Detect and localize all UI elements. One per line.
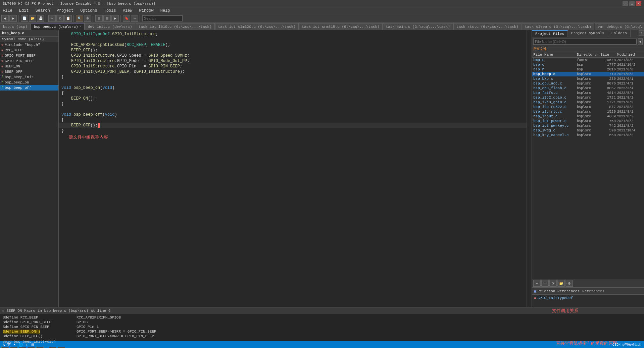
- symbol-item[interactable]: #BEEP_ON: [0, 64, 58, 69]
- symbol-item[interactable]: #GPIO_PIN_BEEP: [0, 58, 58, 64]
- close-button[interactable]: ✕: [636, 1, 641, 6]
- file-row[interactable]: bsp_iot_pwrkey.c bsp\src 742 2021/8/2: [532, 123, 644, 128]
- right-tab-folders[interactable]: Folders: [608, 30, 631, 37]
- tab-dev-init-c[interactable]: dev_init.c (dev\src): [85, 23, 135, 30]
- symbol-item[interactable]: #GPIO_PORT_BEEP: [0, 53, 58, 58]
- symbol-item[interactable]: fbsp_beep_off: [0, 85, 58, 91]
- file-row[interactable]: bsp.c bsp 1777 2021/10/2: [532, 62, 644, 67]
- tab-task-rtc[interactable]: task_rtc.c (G:\zcq\...\task): [453, 23, 522, 30]
- copy-button[interactable]: ⧉: [56, 15, 64, 22]
- bf-btn7[interactable]: 🔍: [58, 347, 65, 348]
- symbol-item[interactable]: #RCC_BEEP: [0, 48, 58, 53]
- file-row[interactable]: bsp_key_cancel.c bsp\src 658 2021/8/2: [532, 133, 644, 137]
- bf-btn6[interactable]: 📄: [49, 347, 56, 348]
- file-search-dropdown[interactable]: ▼: [638, 38, 643, 45]
- tab-task-main[interactable]: task_main.c (G:\zcq\...\task): [383, 23, 453, 30]
- goto-button[interactable]: →: [131, 15, 138, 22]
- file-row[interactable]: bsp_bkp.c bsp\src 230 2022/6/1: [532, 76, 644, 81]
- right-tab-project-files[interactable]: Project Files: [532, 30, 568, 37]
- rt-btn2[interactable]: -: [541, 280, 549, 287]
- file-search-input[interactable]: [533, 39, 637, 45]
- file-row[interactable]: bsp.h bsp 2016 2021/6/6: [532, 67, 644, 72]
- file-row[interactable]: bsp_i2c3_gpio.c bsp\src 1721 2021/8/2: [532, 100, 644, 105]
- symbol-icon: f: [1, 75, 3, 79]
- menu-file[interactable]: File: [1, 8, 14, 13]
- menu-view[interactable]: View: [121, 8, 134, 13]
- symbol-item[interactable]: #BEEP_OFF: [0, 69, 58, 74]
- file-dir: bsp\src: [577, 101, 600, 104]
- file-name: bsp.h: [533, 67, 577, 71]
- symbol-name: BEEP_OFF: [5, 70, 22, 74]
- rt-btn4[interactable]: 📁: [557, 280, 565, 287]
- symbol-item[interactable]: fbsp_beep_on: [0, 80, 58, 85]
- open-button[interactable]: 📂: [29, 15, 36, 22]
- file-row[interactable]: bsp_beep.c bsp\src 719 2021/8/2: [532, 72, 644, 76]
- code-line: GPIO_InitStructure.GPIO_Speed = GPIO_Spe…: [59, 53, 527, 58]
- menu-help[interactable]: Help: [159, 8, 171, 13]
- file-row[interactable]: bsp_fatfs.c bsp\src 4814 2022/5/1: [532, 91, 644, 95]
- rt-btn3[interactable]: ⟳: [549, 280, 557, 287]
- search-all-button[interactable]: ⊕: [84, 15, 91, 22]
- tab-bsp-beep-c[interactable]: bsp_beep.c (bsp\src) ×: [31, 23, 85, 30]
- build-button[interactable]: ▶: [111, 15, 119, 22]
- rt-btn1[interactable]: +: [533, 280, 541, 287]
- paste-button[interactable]: 📋: [64, 15, 72, 22]
- cut-button[interactable]: ✂: [48, 15, 56, 22]
- file-size: 4814: [600, 91, 617, 95]
- file-row[interactable]: bmp.c fonts 10548 2021/8/2: [532, 58, 644, 62]
- format-button[interactable]: ⊟: [103, 15, 111, 22]
- file-row[interactable]: bsp_i2c2_gpio.c bsp\src 1721 2021/8/2: [532, 95, 644, 100]
- menu-search[interactable]: Search: [34, 8, 51, 13]
- file-modified: 2021/8/2: [617, 105, 641, 109]
- editor-content[interactable]: GPIO_InitTypeDef GPIO_InitStructure; RCC…: [59, 30, 527, 307]
- tab-task-sleep[interactable]: task_sleep.c (G:\zcq\...\task): [522, 23, 594, 30]
- file-row[interactable]: bsp_cpu_adc.c bsp\src 8076 2022/4/1: [532, 81, 644, 86]
- search-button[interactable]: 🔍: [76, 15, 83, 22]
- forward-button[interactable]: ▶: [9, 15, 17, 22]
- right-tab-project-symbols[interactable]: Project Symbols: [568, 30, 608, 37]
- relation-item-gpio[interactable]: ◆ GPIO_InitTypeDef: [532, 295, 644, 301]
- file-name: bsp_cpu_adc.c: [533, 81, 577, 85]
- tab-close-icon[interactable]: ×: [80, 25, 82, 28]
- symbol-item[interactable]: ##include "bsp.h": [0, 42, 58, 48]
- back-button[interactable]: ◀: [1, 15, 9, 22]
- tab-var-debug[interactable]: var_debug.c (G:\zcq\...\variable): [595, 23, 644, 30]
- maximize-button[interactable]: □: [629, 1, 635, 6]
- tab-bsp-c[interactable]: bsp.c (bsp): [0, 23, 31, 30]
- relation-diamond-icon: ◆: [534, 296, 536, 300]
- file-row[interactable]: bsp_i2c_rc522.c bsp\src 877 2021/8/2: [532, 105, 644, 109]
- file-dir: bsp: [577, 63, 600, 67]
- file-name: bsp_input.c: [533, 114, 577, 118]
- menu-edit[interactable]: Edit: [18, 8, 30, 13]
- menu-options[interactable]: Options: [79, 8, 98, 13]
- code-line: }: [59, 74, 527, 80]
- menu-tools[interactable]: Tools: [103, 8, 117, 13]
- title-bar: SL7000_HJ_XJ_FK Project - Source Insight…: [0, 0, 644, 7]
- tab-task-iot-l610[interactable]: task_iot_l610.c (G:\zcq\...\task): [136, 23, 215, 30]
- tab-task-iot-slm320[interactable]: task_iot_slm320.c (G:\zcq\...\task): [215, 23, 299, 30]
- minimize-button[interactable]: —: [623, 1, 628, 6]
- tab-task-iot-srm815[interactable]: task_iot_srm815.c (G:\zcq\...\task): [299, 23, 383, 30]
- save-button[interactable]: 💾: [37, 15, 44, 22]
- file-modified: 2021/8/2: [617, 119, 641, 123]
- file-row[interactable]: bsp_cpu_flash.c bsp\src 8857 2022/3/4: [532, 86, 644, 91]
- file-dir: bsp\src: [577, 124, 600, 128]
- file-size: 768: [600, 119, 617, 123]
- menu-project[interactable]: Project: [55, 8, 75, 13]
- file-row[interactable]: bsp_iwdg.c bsp\src 590 2021/10/4: [532, 128, 644, 133]
- file-row[interactable]: bsp_iot_power.c bsp\src 768 2021/8/2: [532, 119, 644, 123]
- annotation-prototype: 直接查看鼠标指向的函数的原型: [556, 340, 617, 346]
- file-name: bmp.c: [533, 58, 577, 62]
- menu-window[interactable]: Window: [138, 8, 155, 13]
- bf-btn5[interactable]: ⚙: [36, 347, 44, 348]
- new-button[interactable]: 📄: [21, 15, 28, 22]
- indent-button[interactable]: ⊞: [95, 15, 103, 22]
- rt-btn5[interactable]: ⚙: [565, 280, 573, 287]
- right-panel-close[interactable]: ×: [639, 30, 644, 36]
- search-input[interactable]: [142, 15, 183, 21]
- file-row[interactable]: bsp_i2c_rtc.c bsp\src 1520 2021/8/2: [532, 109, 644, 114]
- symbol-item[interactable]: fbsp_beep_init: [0, 74, 58, 80]
- symbol-name: RCC_BEEP: [5, 48, 22, 52]
- bookmark-button[interactable]: 🔖: [123, 15, 130, 22]
- file-row[interactable]: bsp_input.c bsp\src 4689 2021/8/2: [532, 114, 644, 119]
